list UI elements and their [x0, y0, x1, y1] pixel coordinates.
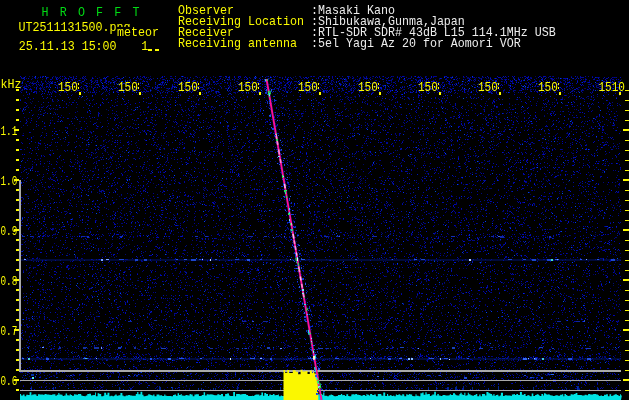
svg-text:meteor: meteor	[117, 26, 159, 41]
svg-text:F: F	[96, 5, 103, 20]
svg-text:1.1: 1.1	[1, 124, 18, 138]
svg-text:0.9: 0.9	[1, 224, 18, 238]
svg-text::5el Yagi Az 20 for Aomori VOR: :5el Yagi Az 20 for Aomori VOR	[311, 36, 521, 51]
svg-text:F: F	[114, 5, 121, 20]
svg-text:1.0: 1.0	[1, 174, 18, 188]
svg-text:0.7: 0.7	[1, 324, 18, 338]
svg-text:150: 150	[118, 80, 138, 95]
svg-text:25.11.13 15:00: 25.11.13 15:00	[19, 39, 117, 54]
svg-text:150: 150	[478, 80, 498, 95]
svg-text:1: 1	[141, 39, 148, 54]
svg-text:T: T	[133, 5, 140, 20]
svg-text:150: 150	[58, 80, 78, 95]
svg-text:O: O	[78, 5, 85, 20]
svg-text:150: 150	[238, 80, 258, 95]
svg-text:R: R	[60, 5, 67, 20]
svg-text:H: H	[42, 5, 49, 20]
svg-text:UT2511131500.png: UT2511131500.png	[18, 21, 130, 36]
svg-text:Receiving antenna: Receiving antenna	[178, 36, 297, 51]
svg-text:1510: 1510	[599, 80, 625, 95]
svg-text:150: 150	[358, 80, 378, 95]
svg-text:150: 150	[298, 80, 318, 95]
svg-text:150: 150	[538, 80, 558, 95]
svg-text:0.8: 0.8	[1, 274, 18, 288]
svg-text:150: 150	[418, 80, 438, 95]
svg-text:150: 150	[178, 80, 198, 95]
svg-text:0.6: 0.6	[1, 374, 18, 388]
